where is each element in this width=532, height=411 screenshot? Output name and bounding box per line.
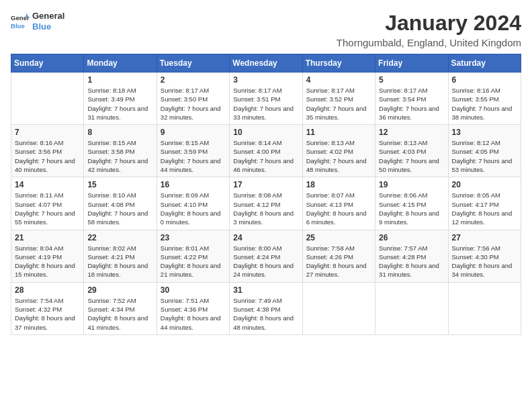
day-info: Sunrise: 8:11 AMSunset: 4:07 PMDaylight:… <box>15 191 80 226</box>
header: General Blue GeneralBlue January 2024 Th… <box>11 11 521 48</box>
day-info: Sunrise: 7:51 AMSunset: 4:36 PMDaylight:… <box>161 296 226 332</box>
calendar-cell <box>448 282 521 334</box>
day-number: 8 <box>87 128 152 137</box>
day-number: 23 <box>161 233 226 242</box>
header-cell-saturday: Saturday <box>448 54 521 73</box>
day-number: 6 <box>452 75 517 85</box>
day-number: 7 <box>15 128 80 137</box>
calendar-cell: 7 Sunrise: 8:16 AMSunset: 3:56 PMDayligh… <box>11 125 84 177</box>
calendar-cell: 14 Sunrise: 8:11 AMSunset: 4:07 PMDaylig… <box>11 177 84 230</box>
day-info: Sunrise: 8:13 AMSunset: 4:02 PMDaylight:… <box>306 138 371 174</box>
day-number: 9 <box>161 128 226 137</box>
title-area: January 2024 Thorngumbald, England, Unit… <box>337 11 521 48</box>
header-cell-sunday: Sunday <box>11 54 84 73</box>
calendar-cell: 27 Sunrise: 7:56 AMSunset: 4:30 PMDaylig… <box>448 230 521 282</box>
day-number: 20 <box>452 180 517 189</box>
day-info: Sunrise: 8:16 AMSunset: 3:55 PMDaylight:… <box>452 86 517 122</box>
day-number: 21 <box>15 233 80 242</box>
calendar-cell: 11 Sunrise: 8:13 AMSunset: 4:02 PMDaylig… <box>302 125 375 177</box>
calendar-cell <box>375 282 448 334</box>
calendar-cell: 31 Sunrise: 7:49 AMSunset: 4:38 PMDaylig… <box>230 282 302 334</box>
day-number: 25 <box>306 233 371 242</box>
week-row-2: 7 Sunrise: 8:16 AMSunset: 3:56 PMDayligh… <box>11 125 521 177</box>
calendar-cell: 21 Sunrise: 8:04 AMSunset: 4:19 PMDaylig… <box>11 230 84 282</box>
calendar-cell: 26 Sunrise: 7:57 AMSunset: 4:28 PMDaylig… <box>375 230 448 282</box>
week-row-4: 21 Sunrise: 8:04 AMSunset: 4:19 PMDaylig… <box>11 230 521 282</box>
location-title: Thorngumbald, England, United Kingdom <box>337 37 521 48</box>
day-info: Sunrise: 8:09 AMSunset: 4:10 PMDaylight:… <box>161 191 226 226</box>
calendar-cell: 13 Sunrise: 8:12 AMSunset: 4:05 PMDaylig… <box>448 125 521 177</box>
calendar-cell: 22 Sunrise: 8:02 AMSunset: 4:21 PMDaylig… <box>84 230 157 282</box>
day-info: Sunrise: 7:52 AMSunset: 4:34 PMDaylight:… <box>87 296 152 332</box>
day-number: 10 <box>233 128 298 137</box>
calendar-cell: 25 Sunrise: 7:58 AMSunset: 4:26 PMDaylig… <box>302 230 375 282</box>
calendar-cell: 9 Sunrise: 8:15 AMSunset: 3:59 PMDayligh… <box>157 125 229 177</box>
day-info: Sunrise: 7:58 AMSunset: 4:26 PMDaylight:… <box>306 244 371 279</box>
calendar-cell <box>302 282 375 334</box>
day-info: Sunrise: 8:17 AMSunset: 3:50 PMDaylight:… <box>161 86 226 122</box>
week-row-5: 28 Sunrise: 7:54 AMSunset: 4:32 PMDaylig… <box>11 282 521 334</box>
week-row-3: 14 Sunrise: 8:11 AMSunset: 4:07 PMDaylig… <box>11 177 521 230</box>
day-number: 14 <box>15 180 80 189</box>
day-number: 31 <box>233 285 298 295</box>
calendar-cell: 8 Sunrise: 8:15 AMSunset: 3:58 PMDayligh… <box>84 125 157 177</box>
day-number: 22 <box>87 233 152 242</box>
day-number: 13 <box>452 128 517 137</box>
day-info: Sunrise: 7:49 AMSunset: 4:38 PMDaylight:… <box>233 296 298 332</box>
day-number: 12 <box>379 128 444 137</box>
logo-text: GeneralBlue <box>32 11 64 32</box>
day-info: Sunrise: 8:15 AMSunset: 3:58 PMDaylight:… <box>87 138 152 174</box>
day-number: 17 <box>233 180 298 189</box>
header-cell-monday: Monday <box>84 54 157 73</box>
day-info: Sunrise: 8:10 AMSunset: 4:08 PMDaylight:… <box>87 191 152 226</box>
day-number: 19 <box>379 180 444 189</box>
day-info: Sunrise: 8:04 AMSunset: 4:19 PMDaylight:… <box>15 244 80 279</box>
day-number: 3 <box>233 75 298 85</box>
calendar-cell: 30 Sunrise: 7:51 AMSunset: 4:36 PMDaylig… <box>157 282 229 334</box>
calendar-cell: 10 Sunrise: 8:14 AMSunset: 4:00 PMDaylig… <box>230 125 302 177</box>
header-row: SundayMondayTuesdayWednesdayThursdayFrid… <box>11 54 521 73</box>
day-number: 24 <box>233 233 298 242</box>
day-info: Sunrise: 8:07 AMSunset: 4:13 PMDaylight:… <box>306 191 371 226</box>
header-cell-tuesday: Tuesday <box>157 54 229 73</box>
day-info: Sunrise: 8:17 AMSunset: 3:51 PMDaylight:… <box>233 86 298 122</box>
calendar-cell: 19 Sunrise: 8:06 AMSunset: 4:15 PMDaylig… <box>375 177 448 230</box>
calendar-cell: 18 Sunrise: 8:07 AMSunset: 4:13 PMDaylig… <box>302 177 375 230</box>
day-info: Sunrise: 8:15 AMSunset: 3:59 PMDaylight:… <box>161 138 226 174</box>
calendar-cell: 5 Sunrise: 8:17 AMSunset: 3:54 PMDayligh… <box>375 73 448 125</box>
day-info: Sunrise: 7:56 AMSunset: 4:30 PMDaylight:… <box>452 244 517 279</box>
day-number: 1 <box>87 75 152 85</box>
month-title: January 2024 <box>337 11 521 36</box>
week-row-1: 1 Sunrise: 8:18 AMSunset: 3:49 PMDayligh… <box>11 73 521 125</box>
day-info: Sunrise: 8:12 AMSunset: 4:05 PMDaylight:… <box>452 138 517 174</box>
calendar-cell: 28 Sunrise: 7:54 AMSunset: 4:32 PMDaylig… <box>11 282 84 334</box>
header-cell-wednesday: Wednesday <box>230 54 302 73</box>
day-info: Sunrise: 8:17 AMSunset: 3:52 PMDaylight:… <box>306 86 371 122</box>
calendar-cell: 6 Sunrise: 8:16 AMSunset: 3:55 PMDayligh… <box>448 73 521 125</box>
day-number: 11 <box>306 128 371 137</box>
header-cell-thursday: Thursday <box>302 54 375 73</box>
day-info: Sunrise: 8:17 AMSunset: 3:54 PMDaylight:… <box>379 86 444 122</box>
day-info: Sunrise: 8:05 AMSunset: 4:17 PMDaylight:… <box>452 191 517 226</box>
calendar-cell: 15 Sunrise: 8:10 AMSunset: 4:08 PMDaylig… <box>84 177 157 230</box>
day-number: 2 <box>161 75 226 85</box>
day-info: Sunrise: 8:13 AMSunset: 4:03 PMDaylight:… <box>379 138 444 174</box>
day-number: 16 <box>161 180 226 189</box>
day-info: Sunrise: 8:01 AMSunset: 4:22 PMDaylight:… <box>161 244 226 279</box>
day-info: Sunrise: 7:57 AMSunset: 4:28 PMDaylight:… <box>379 244 444 279</box>
calendar-cell: 24 Sunrise: 8:00 AMSunset: 4:24 PMDaylig… <box>230 230 302 282</box>
day-number: 5 <box>379 75 444 85</box>
day-number: 4 <box>306 75 371 85</box>
day-info: Sunrise: 8:06 AMSunset: 4:15 PMDaylight:… <box>379 191 444 226</box>
day-number: 27 <box>452 233 517 242</box>
calendar-cell: 16 Sunrise: 8:09 AMSunset: 4:10 PMDaylig… <box>157 177 229 230</box>
calendar-cell: 17 Sunrise: 8:08 AMSunset: 4:12 PMDaylig… <box>230 177 302 230</box>
calendar-cell <box>11 73 84 125</box>
day-info: Sunrise: 8:14 AMSunset: 4:00 PMDaylight:… <box>233 138 298 174</box>
day-number: 29 <box>87 285 152 295</box>
calendar-cell: 29 Sunrise: 7:52 AMSunset: 4:34 PMDaylig… <box>84 282 157 334</box>
day-number: 15 <box>87 180 152 189</box>
logo: General Blue GeneralBlue <box>11 11 64 32</box>
day-info: Sunrise: 8:00 AMSunset: 4:24 PMDaylight:… <box>233 244 298 279</box>
calendar-cell: 20 Sunrise: 8:05 AMSunset: 4:17 PMDaylig… <box>448 177 521 230</box>
